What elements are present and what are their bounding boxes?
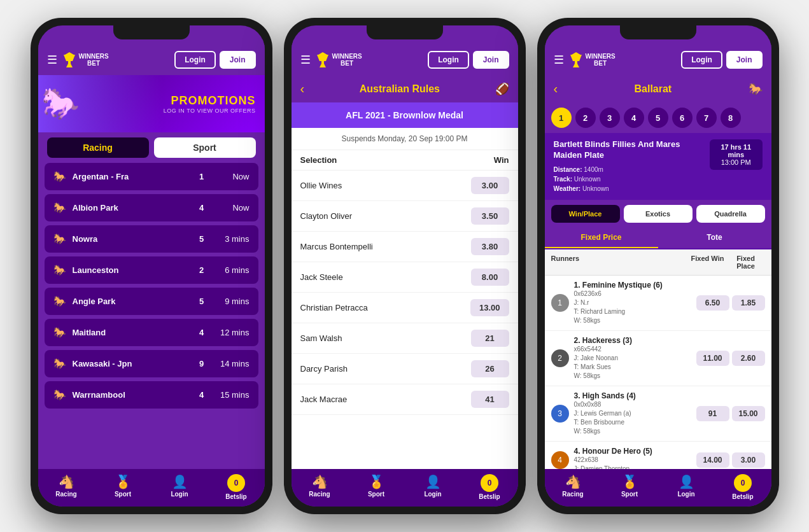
betting-row[interactable]: Ollie Wines 3.00 bbox=[292, 171, 518, 201]
race-time: 3 mins bbox=[215, 234, 250, 244]
join-button-3[interactable]: Join bbox=[726, 51, 763, 69]
odds-button[interactable]: 3.80 bbox=[471, 238, 509, 255]
betting-row[interactable]: Marcus Bontempelli 3.80 bbox=[292, 232, 518, 262]
hamburger-icon-2[interactable]: ☰ bbox=[300, 53, 311, 67]
login-button-1[interactable]: Login bbox=[174, 51, 216, 69]
race-item[interactable]: 🐎 Kawasaki - Jpn 9 14 mins bbox=[45, 350, 258, 377]
fixed-win-btn[interactable]: 91 bbox=[696, 406, 729, 421]
betting-row[interactable]: Clayton Oliver 3.50 bbox=[292, 201, 518, 232]
fixed-win-btn[interactable]: 6.50 bbox=[696, 295, 729, 311]
nav-racing-2[interactable]: 🐴 Racing bbox=[292, 474, 348, 500]
phone-notch-3 bbox=[620, 25, 696, 39]
runner-name: Jack Macrae bbox=[300, 395, 348, 404]
odds-button[interactable]: 41 bbox=[471, 391, 509, 408]
fixed-win-btn[interactable]: 11.00 bbox=[696, 351, 729, 366]
fixed-place-btn[interactable]: 1.85 bbox=[732, 295, 765, 311]
runner-name: Ollie Wines bbox=[300, 181, 342, 190]
race-start-time: 13:00 PM bbox=[715, 158, 757, 166]
race-number-tab[interactable]: 6 bbox=[672, 108, 693, 128]
price-tabs: Fixed Price Tote bbox=[545, 228, 771, 249]
nav-betslip-2[interactable]: 0 Betslip bbox=[461, 474, 518, 500]
nav-login-3[interactable]: 👤 Login bbox=[658, 474, 715, 500]
tote-tab[interactable]: Tote bbox=[658, 228, 771, 248]
race-item[interactable]: 🐎 Argentan - Fra 1 Now bbox=[45, 163, 258, 190]
fixed-place-btn[interactable]: 15.00 bbox=[732, 406, 765, 421]
runner-row[interactable]: 3 3. High Sands (4) 0x0x0x88J: Lewis Ger… bbox=[545, 386, 771, 442]
quadrella-btn[interactable]: Quadrella bbox=[696, 205, 765, 223]
phone-notch-2 bbox=[367, 25, 443, 39]
odds-button[interactable]: 26 bbox=[471, 360, 509, 377]
nav-login-label-2: Login bbox=[424, 491, 441, 498]
betting-row[interactable]: Jack Steele 8.00 bbox=[292, 262, 518, 293]
race-item[interactable]: 🐎 Warrnambool 4 15 mins bbox=[45, 381, 258, 409]
fixed-place-btn[interactable]: 2.60 bbox=[732, 351, 765, 366]
betting-row[interactable]: Christian Petracca 13.00 bbox=[292, 293, 518, 323]
hamburger-icon-3[interactable]: ☰ bbox=[554, 53, 564, 67]
race-number-tab[interactable]: 1 bbox=[551, 108, 572, 128]
race-item[interactable]: 🐎 Nowra 5 3 mins bbox=[45, 225, 258, 253]
promo-banner[interactable]: 🐎 PROMOTIONS LOG IN TO VIEW OUR OFFERS bbox=[38, 75, 265, 132]
win-place-btn[interactable]: Win/Place bbox=[551, 205, 620, 223]
betting-row[interactable]: Sam Walsh 21 bbox=[292, 323, 518, 354]
promo-title: PROMOTIONS bbox=[164, 94, 256, 108]
phone1-header: ☰ WINNERS BET Login Join bbox=[38, 39, 265, 75]
login-button-2[interactable]: Login bbox=[428, 51, 469, 69]
odds-button[interactable]: 3.00 bbox=[471, 177, 509, 194]
horse-icon: 🐎 bbox=[53, 358, 66, 370]
back-arrow-2[interactable]: ‹ bbox=[300, 81, 305, 96]
col-selection: Selection bbox=[300, 155, 337, 165]
race-name: Launceston bbox=[73, 265, 189, 275]
racing-nav-icon-3: 🐴 bbox=[565, 474, 581, 489]
race-item[interactable]: 🐎 Launceston 2 6 mins bbox=[45, 256, 258, 284]
nav-sport-3[interactable]: 🏅 Sport bbox=[601, 474, 658, 500]
race-number-tab[interactable]: 8 bbox=[721, 108, 741, 128]
runner-row[interactable]: 4 4. Honour De Hero (5) 422x638J: Damien… bbox=[545, 442, 771, 469]
odds-button[interactable]: 13.00 bbox=[470, 299, 509, 316]
runners-table: Runners Fixed Win Fixed Place 1 1. Femin… bbox=[545, 249, 771, 469]
nav-betslip-1[interactable]: 0 Betslip bbox=[208, 474, 265, 500]
odds-button[interactable]: 21 bbox=[471, 330, 509, 347]
race-number-tab[interactable]: 7 bbox=[696, 108, 717, 128]
betting-row[interactable]: Jack Macrae 41 bbox=[292, 384, 518, 415]
racing-tab[interactable]: Racing bbox=[47, 137, 149, 158]
afl-icon: 🏈 bbox=[495, 82, 509, 96]
exotics-btn[interactable]: Exotics bbox=[624, 205, 693, 223]
race-item[interactable]: 🐎 Maitland 4 12 mins bbox=[45, 319, 258, 346]
race-item[interactable]: 🐎 Angle Park 5 9 mins bbox=[45, 288, 258, 315]
hamburger-icon-1[interactable]: ☰ bbox=[47, 53, 57, 67]
join-button-1[interactable]: Join bbox=[220, 51, 256, 69]
runners-list-3: 1 1. Feminine Mystique (6) 0x6236x6J: N.… bbox=[545, 276, 771, 469]
race-time: 15 mins bbox=[215, 390, 250, 400]
betslip-badge-1: 0 bbox=[227, 474, 245, 492]
svg-marker-2 bbox=[570, 52, 582, 67]
nav-sport-2[interactable]: 🏅 Sport bbox=[348, 474, 405, 500]
nav-login-2[interactable]: 👤 Login bbox=[405, 474, 461, 500]
odds-button[interactable]: 3.50 bbox=[471, 207, 509, 225]
promo-horse-bg: 🐎 bbox=[38, 75, 163, 132]
fixed-win-btn[interactable]: 14.00 bbox=[696, 452, 729, 468]
nav-racing-3[interactable]: 🐴 Racing bbox=[545, 474, 601, 500]
race-number-tab[interactable]: 3 bbox=[600, 108, 620, 128]
betting-row[interactable]: Darcy Parish 26 bbox=[292, 354, 518, 384]
sport-tab[interactable]: Sport bbox=[154, 137, 256, 158]
race-item[interactable]: 🐎 Albion Park 4 Now bbox=[45, 194, 258, 221]
login-button-3[interactable]: Login bbox=[681, 51, 722, 69]
race-number-tab[interactable]: 2 bbox=[575, 108, 596, 128]
odds-button[interactable]: 8.00 bbox=[471, 269, 509, 286]
runner-row[interactable]: 2 2. Hackeress (3) x66x5442J: Jake Noona… bbox=[545, 331, 771, 386]
back-arrow-3[interactable]: ‹ bbox=[554, 81, 558, 96]
race-name: Angle Park bbox=[73, 297, 189, 306]
fixed-price-tab[interactable]: Fixed Price bbox=[545, 228, 658, 248]
nav-racing-label-1: Racing bbox=[55, 491, 76, 498]
race-number-tab[interactable]: 5 bbox=[648, 108, 668, 128]
nav-login-1[interactable]: 👤 Login bbox=[151, 474, 208, 500]
race-number-tab[interactable]: 4 bbox=[624, 108, 644, 128]
nav-racing-1[interactable]: 🐴 Racing bbox=[38, 474, 95, 500]
runner-name: Marcus Bontempelli bbox=[300, 242, 373, 251]
runner-row[interactable]: 1 1. Feminine Mystique (6) 0x6236x6J: N.… bbox=[545, 276, 771, 331]
race-countdown: 17 hrs 11 mins bbox=[715, 143, 757, 158]
join-button-2[interactable]: Join bbox=[473, 51, 509, 69]
nav-betslip-3[interactable]: 0 Betslip bbox=[715, 474, 771, 500]
fixed-place-btn[interactable]: 3.00 bbox=[732, 452, 765, 468]
nav-sport-1[interactable]: 🏅 Sport bbox=[95, 474, 151, 500]
